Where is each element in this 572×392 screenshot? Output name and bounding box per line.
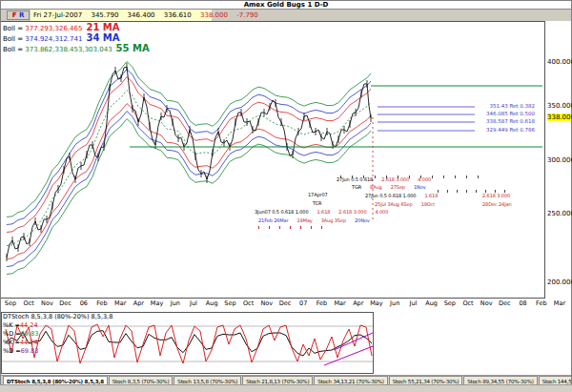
time-axis-label: Nov bbox=[37, 299, 56, 307]
annotation-text: 2.618 3.000 bbox=[338, 209, 366, 215]
annotation-text: 19Oct bbox=[421, 201, 436, 207]
favorites-button[interactable]: F bbox=[12, 11, 17, 19]
stoch-readout-value: 44.24 bbox=[20, 339, 38, 346]
bollinger-legend: Boll = 377.293,326.46521 MABoll = 374.92… bbox=[3, 23, 150, 54]
cycle-tick-mark bbox=[495, 190, 496, 193]
cycle-tick-mark bbox=[321, 226, 322, 229]
boll-values: 373.862,338.453,303.043 bbox=[25, 46, 112, 53]
annotation-text: 27Sep bbox=[391, 184, 405, 190]
boll-label: Boll = bbox=[3, 25, 25, 32]
cycle-tick-mark bbox=[432, 175, 433, 178]
cycle-tick-mark bbox=[311, 226, 312, 229]
ma-period-label: 34 MA bbox=[86, 32, 119, 43]
cycle-tick-mark bbox=[478, 175, 479, 178]
quote-low: 336.610 bbox=[164, 11, 192, 19]
time-axis-label: Apr bbox=[349, 299, 368, 307]
stochastic-legend-title: DTStoch 8,5,3,8 (80%-20%) 8,5,3,8 bbox=[3, 313, 112, 321]
refresh-button[interactable]: R bbox=[19, 11, 24, 19]
annotation-row: 21Feb 26Mar19May3Aug 3Sep20Nov bbox=[258, 217, 378, 223]
annotation-text: 27Jun 0.5 0.618 bbox=[337, 176, 373, 182]
time-axis-label: Aug bbox=[422, 299, 441, 307]
price-series bbox=[7, 67, 371, 258]
time-axis-label: 06 bbox=[74, 299, 93, 307]
time-axis-label: Nov bbox=[257, 299, 276, 307]
cycle-tick-mark bbox=[352, 175, 353, 178]
stoch-readout-label: %D = bbox=[3, 347, 21, 355]
boll-values: 374.924,312.741 bbox=[25, 35, 82, 43]
annotation-text: 25Jul 3Aug 6Sep bbox=[375, 201, 413, 207]
quote-last: 338.000 bbox=[200, 11, 228, 19]
time-axis-label: Mar bbox=[111, 299, 130, 307]
time-axis-label: Oct bbox=[239, 299, 258, 307]
annotation-text: 27Jun 0.5 0.618 1.000 bbox=[365, 193, 416, 198]
time-axis-label: 08 bbox=[514, 299, 533, 307]
stoch-readout-row: %K =44.24 bbox=[3, 339, 112, 347]
time-axis-label: Jul bbox=[403, 299, 422, 307]
annotation-text: TGR bbox=[352, 184, 361, 190]
annotation-text: 1.618 bbox=[317, 209, 331, 215]
quote-bar: F R Fri 27-Jul-2007 345.790 346.400 336.… bbox=[1, 10, 571, 21]
cycle-tick-mark bbox=[409, 175, 410, 178]
stoch-readout-row: %K =44.24 bbox=[3, 321, 112, 330]
annotation-text: 1.618 bbox=[424, 193, 438, 198]
cycle-tick-mark bbox=[340, 175, 341, 178]
annotation-text: 28Dec 24Jan bbox=[482, 201, 512, 207]
annotation-row: 25Jul 3Aug 6Sep19Oct bbox=[375, 201, 443, 207]
bottom-strip bbox=[0, 384, 572, 392]
stoch-readout-label: %D = bbox=[3, 330, 21, 338]
cycle-tick-mark bbox=[443, 175, 444, 178]
price-axis-label: 350.000 bbox=[547, 102, 571, 110]
time-axis-label: Dec bbox=[495, 299, 514, 307]
annotation-text: 19May bbox=[297, 217, 313, 223]
time-axis-label: Mar bbox=[331, 299, 350, 307]
ma-period-label: 55 MA bbox=[116, 43, 150, 53]
time-axis-label: Aug bbox=[202, 299, 221, 307]
stoch-readout-value: 44.24 bbox=[20, 321, 38, 329]
window-title: Amex Gold Bugs 1 D-D bbox=[1, 1, 571, 10]
cycle-tick-mark bbox=[398, 175, 398, 178]
quote-change: -7.790 bbox=[236, 11, 258, 19]
time-axis-label: May bbox=[148, 299, 167, 307]
retracement-label: 351.43 Ret 0.382 bbox=[476, 103, 535, 109]
annotation-row: 3Jun07 0.5 0.618 1.0001.6182.618 3.0004.… bbox=[255, 209, 397, 215]
cycle-tick-mark bbox=[375, 175, 376, 178]
quote-strip: Fri 27-Jul-2007 345.790 346.400 336.610 … bbox=[31, 10, 212, 21]
boll-label: Boll = bbox=[3, 35, 25, 43]
cycle-tick-mark bbox=[363, 175, 364, 178]
time-axis-label: Sep bbox=[440, 299, 460, 307]
cycle-tick-mark bbox=[485, 190, 486, 193]
price-axis-label: 250.000 bbox=[547, 210, 571, 217]
stoch-readout-label: %K = bbox=[3, 321, 20, 329]
annotation-text: 17Apr07 bbox=[308, 192, 328, 197]
cycle-tick-mark bbox=[455, 175, 456, 178]
stochastic-legend: DTStoch 8,5,3,8 (80%-20%) 8,5,3,8 %K =44… bbox=[3, 313, 112, 356]
cycle-tick-mark bbox=[447, 190, 448, 193]
bollinger-legend-row: Boll = 377.293,326.46521 MA bbox=[3, 23, 150, 33]
cycle-tick-mark bbox=[258, 226, 259, 229]
cycle-tick-mark bbox=[290, 226, 291, 229]
time-axis-label: Feb bbox=[312, 299, 331, 307]
annotation-text: 1Nov bbox=[414, 184, 426, 190]
stoch-readout-row: %D =69.83 bbox=[3, 347, 112, 356]
time-axis-label: Jun bbox=[385, 299, 404, 307]
annotation-text: 4.000 bbox=[375, 209, 388, 215]
time-axis-label: Dec bbox=[276, 299, 295, 307]
quote-open: 345.790 bbox=[91, 11, 118, 19]
annotation-text: 2.618 3.000 bbox=[482, 193, 510, 198]
boll-values: 377.293,326.465 bbox=[25, 25, 82, 32]
price-axis-label: 300.000 bbox=[547, 156, 571, 164]
annotation-text: 20Nov bbox=[355, 217, 370, 223]
time-axis-label: Oct bbox=[459, 299, 478, 307]
stoch-readout-label: %K = bbox=[3, 339, 20, 346]
cycle-tick-mark bbox=[466, 175, 467, 178]
annotation-row: TCR bbox=[313, 200, 330, 206]
last-price-axis-label: 338.000 bbox=[547, 113, 571, 121]
annotation-text: TCR bbox=[313, 200, 321, 206]
boll-label: Boll = bbox=[3, 46, 25, 53]
annotation-text: 3Aug 3Sep bbox=[321, 217, 346, 223]
main-chart-area[interactable] bbox=[1, 21, 545, 299]
annotation-row: 2.618 3.000 bbox=[482, 193, 519, 198]
time-axis-label: Sep bbox=[220, 299, 239, 307]
time-axis-label: Sep bbox=[1, 299, 20, 307]
time-axis-label: Feb bbox=[92, 299, 112, 307]
